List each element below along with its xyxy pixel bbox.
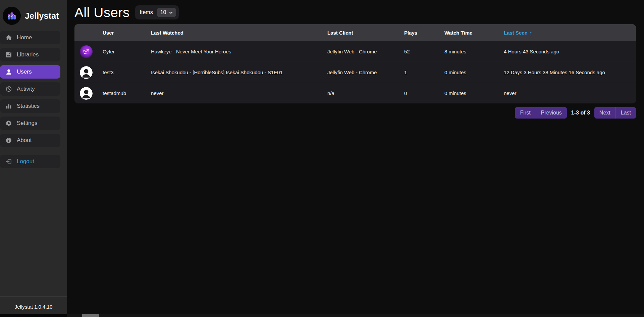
logout-icon [5, 158, 12, 165]
sidebar-item-settings[interactable]: Settings [0, 117, 60, 130]
scrollbar-thumb[interactable] [82, 314, 99, 317]
sidebar-item-statistics[interactable]: Statistics [0, 99, 60, 113]
table-row[interactable]: testadmub never n/a 0 0 minutes never [74, 83, 636, 103]
cell-last-seen: 12 Days 3 Hours 38 Minutes 16 Seconds ag… [504, 70, 636, 75]
sidebar: Jellystat Home Libraries [0, 0, 67, 317]
pagination-range: 1-3 of 3 [571, 110, 590, 116]
column-header-last-client[interactable]: Last Client [327, 30, 404, 36]
cell-last-seen: 4 Hours 43 Seconds ago [504, 49, 636, 54]
sidebar-item-label: Settings [17, 120, 37, 127]
default-user-avatar-icon [80, 87, 93, 100]
sort-ascending-icon: ↑ [530, 30, 532, 36]
chevron-down-icon [169, 9, 173, 15]
items-per-page-control: Items 10 [135, 5, 179, 19]
cell-last-client: n/a [327, 90, 404, 96]
sidebar-item-users[interactable]: Users [0, 65, 60, 79]
cell-watch-time: 0 minutes [444, 90, 504, 96]
cell-last-watched: Isekai Shokudou - [HorribleSubs] Isekai … [151, 70, 327, 75]
cell-user: testadmub [103, 90, 151, 96]
cell-last-watched: never [151, 90, 327, 96]
page-title: All Users [74, 5, 130, 20]
sidebar-item-label: Statistics [17, 103, 40, 109]
pagination-forward-group: Next Last [594, 107, 636, 119]
cell-avatar [80, 87, 103, 100]
previous-page-button[interactable]: Previous [536, 107, 567, 119]
home-icon [5, 35, 12, 41]
sidebar-item-about[interactable]: About [0, 134, 60, 147]
app-logo[interactable]: Jellystat [0, 0, 67, 31]
pagination-back-group: First Previous [515, 107, 567, 119]
horizontal-scrollbar[interactable] [0, 314, 644, 317]
cell-user: Cyfer [103, 49, 151, 54]
table-header-row: User Last Watched Last Client Plays Watc… [74, 24, 636, 41]
info-circle-icon [5, 137, 12, 144]
cell-plays: 0 [404, 90, 444, 96]
cell-watch-time: 0 minutes [444, 70, 504, 75]
cell-plays: 52 [404, 49, 444, 54]
first-page-button[interactable]: First [515, 107, 535, 119]
column-header-last-seen[interactable]: Last Seen↑ [504, 30, 636, 36]
cell-plays: 1 [404, 70, 444, 75]
sidebar-item-activity[interactable]: Activity [0, 82, 60, 96]
scrollbar-corner [0, 314, 67, 317]
users-table: User Last Watched Last Client Plays Watc… [74, 24, 636, 103]
sidebar-item-label: Users [17, 69, 32, 75]
items-label: Items [140, 9, 153, 15]
cell-last-watched: Hawkeye - Never Meet Your Heroes [151, 49, 327, 54]
column-header-watch-time[interactable]: Watch Time [444, 30, 504, 36]
cell-user: test3 [103, 70, 151, 75]
sidebar-item-label: Activity [17, 86, 35, 92]
next-page-button[interactable]: Next [594, 107, 615, 119]
libraries-icon [5, 52, 12, 58]
sidebar-item-home[interactable]: Home [0, 31, 60, 44]
cell-last-client: Jellyfin Web - Chrome [327, 70, 404, 75]
cell-avatar [80, 66, 103, 79]
app-version: Jellystat 1.0.4.10 [0, 296, 67, 314]
sidebar-nav: Home Libraries Users [0, 31, 67, 172]
items-per-page-value: 10 [160, 9, 166, 15]
table-row[interactable]: Cyfer Hawkeye - Never Meet Your Heroes J… [74, 41, 636, 62]
jellystat-logo-icon [3, 7, 21, 25]
pagination: First Previous 1-3 of 3 Next Last [74, 107, 636, 119]
column-header-plays[interactable]: Plays [404, 30, 444, 36]
sidebar-item-label: About [17, 137, 32, 144]
cell-avatar [80, 45, 103, 58]
person-icon [5, 69, 12, 75]
main-content: All Users Items 10 User Last Watched Las… [67, 0, 644, 119]
nut-icon [5, 120, 12, 127]
sidebar-item-logout[interactable]: Logout [0, 155, 60, 168]
page-header: All Users Items 10 [74, 3, 636, 21]
sidebar-item-label: Logout [17, 158, 34, 165]
table-row[interactable]: test3 Isekai Shokudou - [HorribleSubs] I… [74, 62, 636, 83]
user-avatar [80, 45, 93, 58]
last-page-button[interactable]: Last [615, 107, 636, 119]
history-clock-icon [5, 86, 12, 92]
items-per-page-select[interactable]: 10 [157, 8, 176, 17]
sidebar-item-label: Libraries [17, 51, 39, 58]
sidebar-item-libraries[interactable]: Libraries [0, 48, 60, 61]
cell-last-client: Jellyfin Web - Chrome [327, 49, 404, 54]
app-title: Jellystat [25, 11, 59, 21]
column-header-last-watched[interactable]: Last Watched [151, 30, 327, 36]
cell-watch-time: 8 minutes [444, 49, 504, 54]
sidebar-item-label: Home [17, 34, 32, 41]
default-user-avatar-icon [80, 66, 93, 79]
column-header-user[interactable]: User [103, 30, 151, 36]
bar-chart-icon [5, 103, 12, 109]
column-header-label: Last Seen [504, 30, 528, 36]
cell-last-seen: never [504, 90, 636, 96]
